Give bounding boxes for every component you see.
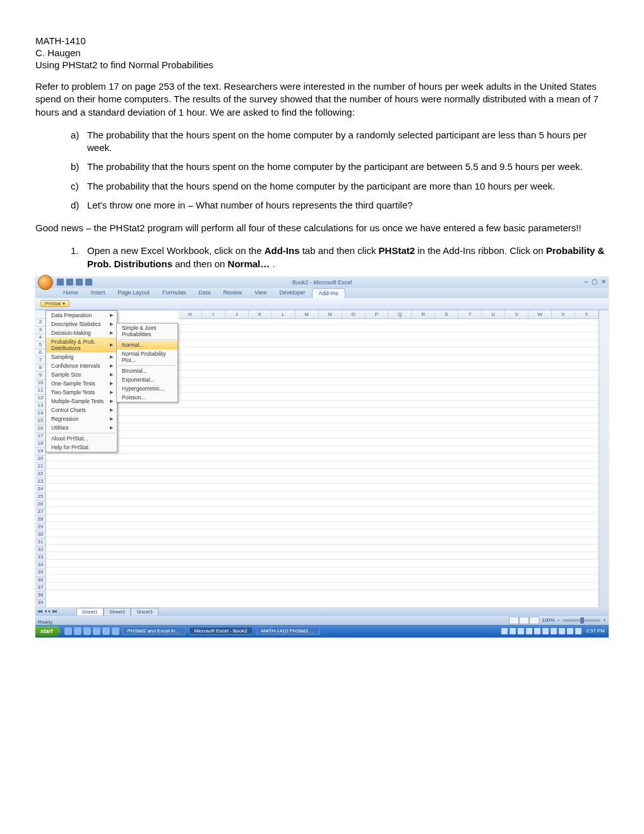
row-header[interactable]: 23 (35, 478, 45, 486)
tab-view[interactable]: View (248, 288, 273, 298)
row-header[interactable]: 36 (35, 577, 45, 584)
row-header[interactable]: 16 (35, 425, 45, 433)
sheet-tab-3[interactable]: Sheet3 (131, 608, 158, 615)
row-header[interactable]: 6 (35, 349, 45, 357)
menu-sampling[interactable]: Sampling▶ (46, 353, 117, 361)
quicklaunch-icon[interactable] (64, 627, 72, 635)
zoom-slider[interactable] (563, 619, 600, 622)
systray-icon[interactable] (575, 628, 581, 634)
systray-icon[interactable] (518, 628, 524, 634)
row-header[interactable]: 20 (35, 456, 45, 463)
row-header[interactable]: 27 (35, 509, 45, 516)
quicklaunch-icon[interactable] (83, 627, 91, 635)
zoom-in-icon[interactable]: + (603, 617, 606, 623)
tab-home[interactable]: Home (57, 288, 85, 298)
quicklaunch-icon[interactable] (102, 627, 110, 635)
menu-two-sample-tests[interactable]: Two-Sample Tests▶ (46, 388, 117, 397)
systray-icon[interactable] (501, 628, 508, 634)
row-header[interactable]: 28 (35, 516, 45, 524)
row-header[interactable]: 30 (35, 531, 45, 539)
systray-icon[interactable] (534, 628, 540, 634)
row-header[interactable]: 35 (35, 569, 45, 577)
column-header[interactable]: R (412, 310, 435, 318)
taskbar-task-3[interactable]: MATH-1410 PHStat2 … (256, 627, 321, 635)
row-header[interactable]: 7 (35, 357, 45, 365)
submenu-simple-joint[interactable]: Simple & Joint Probabilities (117, 323, 177, 339)
column-header[interactable]: Y (575, 310, 599, 318)
sheet-nav-buttons[interactable]: ⏮ ◀ ▶ ⏭ (38, 608, 57, 614)
view-page-break-icon[interactable] (529, 617, 539, 624)
column-header[interactable]: P (366, 310, 389, 318)
row-header[interactable]: 33 (35, 554, 45, 562)
close-icon[interactable]: ✕ (601, 278, 606, 285)
menu-utilities[interactable]: Utilities▶ (46, 423, 117, 432)
sheet-tab-2[interactable]: Sheet2 (104, 608, 131, 615)
column-header[interactable]: S (435, 310, 458, 318)
quicklaunch-icon[interactable] (93, 627, 100, 635)
sheet-tab-1[interactable]: Sheet1 (76, 608, 104, 615)
tab-insert[interactable]: Insert (85, 288, 112, 298)
row-header[interactable]: 9 (35, 372, 45, 380)
taskbar-task-2[interactable]: Microsoft Excel - Book2 (189, 627, 253, 635)
column-header[interactable]: V (505, 310, 528, 318)
quicklaunch-icon[interactable] (112, 627, 119, 635)
minimize-icon[interactable]: – (584, 278, 588, 285)
column-header[interactable]: O (342, 310, 366, 318)
row-header[interactable]: 2 (35, 319, 45, 327)
systray-icon[interactable] (510, 628, 516, 634)
row-header[interactable]: 4 (35, 334, 45, 342)
row-header[interactable]: 3 (35, 327, 45, 334)
row-header[interactable]: 11 (35, 387, 45, 395)
submenu-binomial[interactable]: Binomial... (117, 366, 177, 375)
zoom-out-icon[interactable]: − (558, 617, 561, 623)
row-header[interactable]: 31 (35, 539, 45, 547)
row-header[interactable]: 13 (35, 402, 45, 410)
select-all-corner[interactable] (35, 310, 45, 319)
column-header[interactable]: K (249, 310, 272, 318)
column-header[interactable]: L (272, 310, 295, 318)
submenu-normal[interactable]: Normal... (117, 341, 177, 349)
menu-regression[interactable]: Regression▶ (46, 414, 117, 423)
submenu-exponential[interactable]: Exponential... (117, 375, 177, 384)
column-header[interactable]: M (295, 310, 319, 318)
column-header[interactable]: H (179, 310, 202, 318)
menu-decision-making[interactable]: Decision-Making▶ (46, 329, 117, 337)
submenu-poisson[interactable]: Poisson... (117, 393, 177, 402)
menu-confidence-intervals[interactable]: Confidence Intervals▶ (46, 361, 117, 370)
column-header[interactable]: W (528, 310, 552, 318)
menu-help-phstat[interactable]: Help for PHStat (46, 443, 117, 452)
row-header[interactable]: 5 (35, 342, 45, 349)
row-header[interactable]: 15 (35, 418, 45, 425)
column-header[interactable]: T (458, 310, 482, 318)
systray-icon[interactable] (559, 628, 565, 634)
row-header[interactable]: 26 (35, 501, 45, 509)
row-header[interactable]: 38 (35, 592, 45, 600)
menu-sample-size[interactable]: Sample Size▶ (46, 370, 117, 379)
vertical-scrollbar[interactable] (599, 310, 609, 607)
submenu-normal-prob-plot[interactable]: Normal Probability Plot... (117, 349, 177, 365)
systray-icon[interactable] (526, 628, 532, 634)
phstat-dropdown-button[interactable]: PHStat ▾ (40, 300, 69, 307)
tab-review[interactable]: Review (217, 288, 249, 298)
tab-data[interactable]: Data (193, 288, 217, 298)
menu-descriptive-statistics[interactable]: Descriptive Statistics▶ (46, 320, 117, 329)
row-header[interactable]: 19 (35, 448, 45, 456)
start-button[interactable]: start (35, 626, 61, 636)
view-page-layout-icon[interactable] (519, 617, 529, 624)
column-header[interactable]: X (552, 310, 575, 318)
quicklaunch-icon[interactable] (74, 627, 81, 635)
tab-page-layout[interactable]: Page Layout (112, 288, 157, 298)
row-header[interactable]: 24 (35, 486, 45, 493)
column-header[interactable]: Q (388, 310, 412, 318)
menu-probability-distributions[interactable]: Probability & Prob. Distributions▶ (46, 337, 117, 353)
menu-one-sample-tests[interactable]: One-Sample Tests▶ (46, 379, 117, 388)
column-header[interactable]: I (202, 310, 225, 318)
systray-icon[interactable] (551, 628, 557, 634)
tab-formulas[interactable]: Formulas (156, 288, 193, 298)
column-header[interactable]: N (319, 310, 342, 318)
taskbar-task-1[interactable]: PHStat2 and Excel In… (122, 627, 186, 635)
column-header[interactable]: U (482, 310, 505, 318)
zoom-thumb[interactable] (580, 617, 584, 624)
menu-data-preparation[interactable]: Data Preparation▶ (46, 311, 117, 320)
row-header[interactable]: 22 (35, 471, 45, 478)
